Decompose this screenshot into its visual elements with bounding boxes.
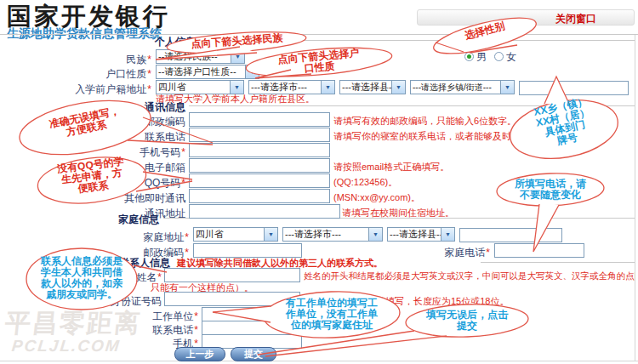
email-label: 电子邮箱 — [83, 161, 185, 175]
postcode-label: 邮政编码 — [83, 115, 185, 129]
qq-hint: (QQ:123456)。 — [333, 176, 397, 189]
balloon-address-detail-shape — [505, 92, 623, 166]
family-address-label: 家庭地址* — [87, 230, 189, 245]
gender-male-radio[interactable] — [464, 52, 474, 61]
content-right-border — [635, 35, 635, 361]
home-phone-input[interactable] — [494, 243, 584, 258]
cp-id-hint: 请正确填写，长度应为15位或18位。 — [357, 295, 509, 308]
chevron-down-icon: ▼ — [321, 81, 334, 94]
balloon-phone-stable-text: 所填写电话，请 不要随意变化 — [503, 179, 598, 201]
submit-button[interactable]: 提交 — [231, 347, 276, 361]
header-divider — [0, 34, 638, 35]
close-window-button[interactable]: 关闭窗口 — [417, 9, 635, 26]
contact-phone-label: 联系电话 — [83, 130, 185, 145]
family-county-select[interactable]: ---请选择县--- ▼ — [387, 227, 455, 242]
balloon-gender-tail-line — [436, 43, 464, 52]
chevron-down-icon: ▼ — [231, 50, 244, 63]
cp-id-input[interactable] — [164, 292, 300, 306]
cp-work-label: 工作单位* — [96, 310, 198, 324]
balloon-submit-text: 填写无误后，点击 提交 — [413, 310, 521, 332]
cp-name-input[interactable] — [164, 268, 300, 282]
im-input[interactable] — [189, 189, 330, 203]
cp-name-hint-line1: 姓名的开头和结尾都必须是大写英文或汉字，中间可以是大写英文、汉字或全角的点[·]… — [304, 270, 635, 282]
pre-address-detail-input[interactable] — [519, 81, 629, 95]
im-hint: (MSN:xx@yy.com)。 — [333, 191, 420, 204]
section-contact-person-line — [481, 262, 635, 263]
cp-id-label: 联系人身份证号码 — [60, 294, 162, 309]
pre-county-select[interactable]: ---请选择县--- ▼ — [339, 80, 406, 94]
email-hint: 请按照email格式正确填写。 — [333, 161, 449, 173]
loan-info-form-page: 平昌零距离 PCLJL.COM 国家开发银行 生源地助学贷款信息管理系统 关闭窗… — [0, 0, 638, 364]
balloon-phone-stable-shape — [496, 172, 604, 208]
ethnicity-select[interactable]: --请选择民族-- ▼ — [156, 49, 245, 64]
contact-phone-hint: 请填写你的寝室的联系电话，或者能够及时找到你的联系电话。 — [333, 130, 633, 143]
im-label: 其他即时通讯 — [83, 191, 185, 206]
gender-female-label: 女 — [506, 50, 516, 65]
mobile-label: 手机号码* — [83, 145, 185, 160]
pre-town-select[interactable]: ---请选择乡镇/街道--- ▼ — [410, 80, 515, 94]
mobile-input[interactable] — [189, 143, 330, 157]
balloon-hukou-tail — [255, 70, 311, 78]
section-personal-title: 个人信息 — [155, 35, 196, 49]
chevron-down-icon: ▼ — [500, 81, 514, 94]
email-input[interactable] — [189, 158, 330, 173]
pre-address-label: 入学前户籍地址* — [49, 82, 151, 97]
prev-step-button[interactable]: 上一步 — [174, 347, 225, 361]
cp-phone-input[interactable] — [202, 321, 302, 335]
mailing-address-hint: 请填写在校期间住宿地址。 — [342, 207, 454, 219]
section-family-title: 家庭信息 — [118, 213, 159, 227]
family-city-select[interactable]: ---请选择市--- ▼ — [282, 227, 383, 242]
gender-female-radio[interactable] — [494, 52, 504, 61]
chevron-down-icon: ▼ — [391, 81, 405, 94]
footer-divider — [0, 361, 638, 361]
section-contact-line — [189, 105, 635, 106]
section-contact-person-title: 联系人信息 — [119, 256, 170, 270]
gender-male-label: 男 — [476, 50, 487, 65]
ethnicity-label: 民族* — [49, 53, 151, 67]
family-province-select[interactable]: 四川省 ▼ — [193, 227, 278, 242]
mailing-address-input[interactable] — [189, 204, 340, 219]
cp-work-input[interactable] — [202, 307, 302, 321]
qq-label: QQ号码* — [83, 176, 185, 191]
chevron-down-icon: ▼ — [245, 65, 259, 78]
qq-input[interactable] — [189, 173, 330, 188]
cp-phone-label: 联系电话* — [96, 323, 198, 338]
postcode-input[interactable] — [189, 112, 330, 127]
chevron-down-icon: ▼ — [230, 81, 243, 94]
balloon-address-detail-text: XX乡（镇） XX村（居） 具体到门 牌号 — [519, 93, 610, 153]
family-address-detail-input[interactable] — [459, 228, 562, 242]
balloon-hukou-text: 点向下箭头选择户 口性质 — [252, 45, 386, 78]
home-phone-label: 家庭电话* — [436, 246, 490, 260]
hukou-label: 户口性质* — [49, 67, 151, 82]
close-window-label: 关闭窗口 — [555, 12, 596, 26]
hukou-select[interactable]: --请选择户口性质-- ▼ — [156, 65, 259, 79]
chevron-down-icon: ▼ — [441, 228, 454, 241]
contact-phone-input[interactable] — [189, 128, 330, 142]
chevron-down-icon: ▼ — [264, 228, 277, 241]
cp-name-label: 联系人姓名* — [60, 270, 162, 285]
family-postcode-input[interactable] — [193, 243, 302, 258]
section-contact-title: 通讯信息 — [145, 100, 185, 115]
chevron-down-icon: ▼ — [368, 228, 382, 241]
balloon-hukou-shape — [245, 43, 393, 82]
section-personal-line — [197, 40, 635, 41]
postcode-hint: 请填写有效的邮政编码，只能输入6位数字。 — [333, 115, 516, 128]
